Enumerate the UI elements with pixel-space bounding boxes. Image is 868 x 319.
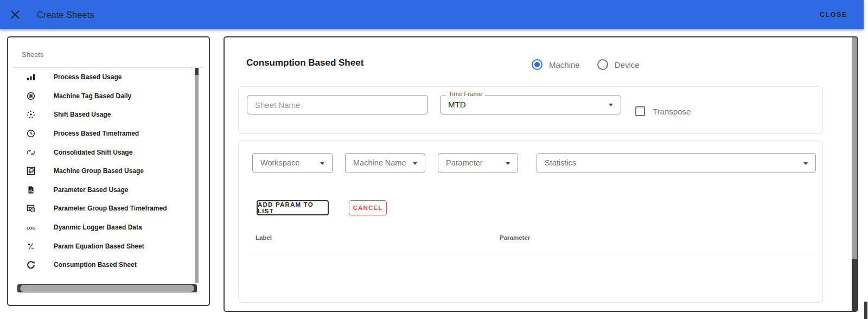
sheet-name-input[interactable]	[247, 95, 428, 114]
radio-device[interactable]: Device	[597, 59, 640, 70]
table-divider	[248, 252, 816, 252]
transpose-label: Transpose	[653, 107, 691, 116]
sheet-list-item[interactable]: Consumption Based Sheet	[8, 256, 195, 275]
clock-icon	[27, 129, 35, 138]
sheet-list: Process Based Usage Machine Tag Based Da…	[8, 68, 195, 275]
parameter-builder-card: Workspace Machine Name Parameter Statist…	[238, 141, 823, 303]
log-text-icon: LOG	[27, 223, 35, 232]
entity-radio-group: Machine Device	[532, 59, 640, 70]
chevron-down-icon	[320, 162, 324, 165]
sheet-list-item[interactable]: Process Based Timeframed	[8, 124, 195, 143]
svg-text:LOG: LOG	[27, 226, 35, 231]
main-panel: Consumption Based Sheet Machine Device T…	[224, 36, 858, 312]
doc-chart-icon	[27, 186, 35, 194]
parameter-dropdown[interactable]: Parameter	[438, 153, 518, 173]
sheet-list-item[interactable]: Parameter Group Based Timeframed	[8, 199, 195, 218]
main-panel-scrollbar-thumb[interactable]	[852, 37, 857, 259]
machine-name-dropdown[interactable]: Machine Name	[345, 153, 425, 173]
time-frame-label: Time Frame	[446, 91, 485, 97]
page-scrollbar[interactable]	[864, 0, 868, 319]
column-header-parameter: Parameter	[500, 234, 530, 241]
time-frame-value: MTD	[448, 100, 466, 109]
close-button[interactable]: CLOSE	[820, 11, 847, 18]
chevron-down-icon	[609, 104, 613, 106]
close-x-icon[interactable]	[9, 8, 22, 21]
chevron-down-icon	[413, 162, 417, 165]
rotate-icon	[27, 260, 35, 269]
page-title: Create Sheets	[37, 10, 94, 20]
nested-squares-icon	[27, 167, 35, 175]
cancel-button[interactable]: CANCEL	[349, 200, 387, 215]
radio-icon	[597, 59, 608, 70]
sheet-list-item[interactable]: Consolidated Shift Usage	[8, 143, 195, 162]
app-header: Create Sheets CLOSE	[0, 0, 864, 29]
sheet-list-item[interactable]: LOG Dyanmic Logger Based Data	[8, 218, 195, 237]
table-clock-icon	[27, 204, 35, 213]
shift-arrows-icon	[27, 148, 35, 157]
time-frame-select[interactable]: Time Frame MTD	[440, 95, 621, 114]
column-header-label: Label	[256, 234, 272, 241]
sheet-list-horizontal-scrollbar[interactable]	[17, 284, 197, 292]
sheet-type-heading: Consumption Based Sheet	[246, 58, 363, 68]
workspace-dropdown[interactable]: Workspace	[252, 153, 333, 173]
plus-minus-icon	[27, 242, 35, 251]
sheet-list-item[interactable]: Parameter Based Usage	[8, 181, 195, 200]
param-table-header: Label Parameter	[239, 234, 822, 247]
checkbox-icon[interactable]	[635, 106, 645, 116]
sheet-list-horizontal-scrollbar-thumb[interactable]	[20, 285, 194, 292]
sheets-panel-title: Sheets	[22, 50, 43, 59]
sheet-list-item[interactable]: Shift Based Usage	[8, 105, 195, 124]
sheets-panel: Sheets Process Based Usage Machine Tag B…	[7, 36, 210, 306]
page-scrollbar-thumb[interactable]	[864, 302, 867, 319]
chevron-down-icon	[803, 162, 808, 165]
transpose-checkbox-row[interactable]: Transpose	[635, 106, 691, 116]
sheet-list-item[interactable]: Machine Group Based Usage	[8, 162, 195, 181]
chevron-down-icon	[506, 162, 510, 165]
sheet-list-item[interactable]: Machine Tag Based Daily	[8, 87, 195, 106]
radio-icon	[532, 59, 542, 70]
sheet-list-item[interactable]: Param Equation Based Sheet	[8, 237, 195, 256]
main-panel-scrollbar[interactable]	[852, 37, 857, 311]
dashed-circle-icon	[27, 110, 35, 119]
gear-circle-icon	[27, 92, 35, 100]
sheet-list-item[interactable]: Process Based Usage	[8, 68, 195, 87]
sheet-list-vertical-scrollbar[interactable]	[195, 68, 199, 283]
sheet-settings-card: Time Frame MTD Transpose	[238, 86, 823, 134]
statistics-dropdown[interactable]: Statistics	[537, 153, 816, 173]
add-param-to-list-button[interactable]: ADD PARAM TO LIST	[257, 200, 329, 215]
sheet-list-vertical-scrollbar-thumb[interactable]	[195, 75, 199, 283]
bar-chart-icon	[27, 73, 35, 81]
radio-machine[interactable]: Machine	[532, 59, 580, 70]
